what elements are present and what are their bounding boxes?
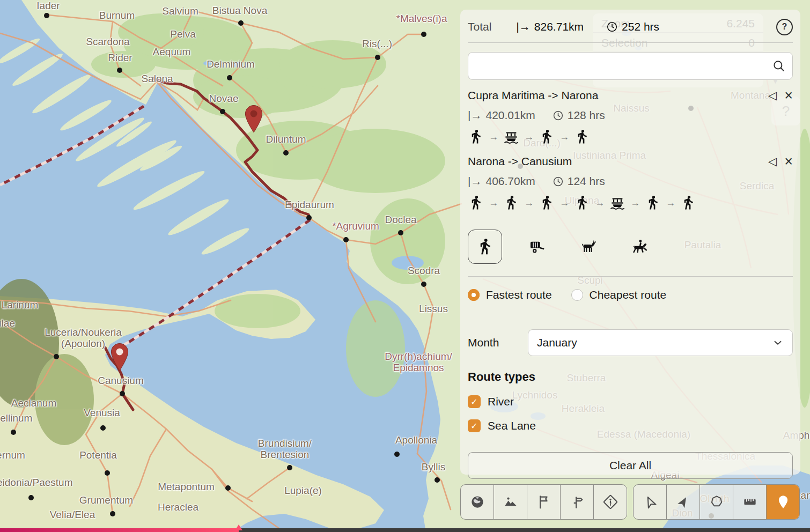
video-scrubber[interactable]: [0, 528, 810, 532]
city-dot[interactable]: [227, 75, 232, 80]
segment-distance: 420.01km: [485, 109, 535, 122]
transport-mode-walk-selected[interactable]: [468, 230, 502, 264]
city-dot[interactable]: [394, 452, 400, 457]
checkbox-label: River: [488, 395, 514, 408]
total-label: Total: [468, 20, 491, 33]
clock-icon: [553, 110, 564, 121]
city-dot[interactable]: [435, 477, 440, 483]
search-input[interactable]: [468, 53, 765, 79]
segment-mode-sequence: →→→: [468, 128, 793, 146]
pin-icon: [775, 494, 791, 510]
city-dot[interactable]: [398, 230, 403, 235]
clock-icon: [606, 21, 618, 33]
horse-icon: [631, 238, 649, 256]
month-select[interactable]: January: [528, 329, 793, 356]
transport-mode-cart[interactable]: [520, 230, 554, 263]
month-row: Month January: [468, 329, 793, 356]
city-dot[interactable]: [28, 495, 34, 500]
city-dot[interactable]: [421, 282, 426, 287]
toolbar-polygon-button[interactable]: [700, 485, 733, 519]
route-panel: Total |→ 826.71km 252 hrs ? Cupra: [460, 10, 800, 475]
radio-fastest-route[interactable]: Fastest route: [468, 289, 552, 301]
transport-mode-donkey[interactable]: [572, 230, 605, 263]
total-duration: 252 hrs: [606, 20, 659, 33]
segment-collapse-button[interactable]: ◁: [768, 89, 777, 102]
city-dot[interactable]: [306, 215, 312, 220]
city-dot[interactable]: [117, 68, 122, 73]
city-dot[interactable]: [375, 55, 380, 60]
segment-duration: 128 hrs: [568, 109, 605, 122]
transport-mode-selector: [468, 230, 793, 263]
clear-all-button[interactable]: Clear All: [468, 452, 793, 479]
city-dot[interactable]: [120, 391, 125, 396]
city-dot[interactable]: [283, 150, 289, 156]
distance-icon: |→: [468, 175, 482, 188]
route-type-row: ✓Sea Lane: [468, 419, 793, 432]
toolbar-flag-button[interactable]: [527, 485, 561, 519]
nav-outline-icon: [642, 494, 658, 510]
city-dot[interactable]: [11, 430, 16, 435]
city-dot[interactable]: [110, 511, 115, 516]
checkbox-label: Sea Lane: [488, 419, 536, 432]
arrow-right-icon: →: [559, 131, 569, 143]
ferry-icon: [503, 129, 519, 145]
toolbar-ruler-button[interactable]: [733, 485, 767, 519]
walk-icon: [503, 195, 519, 211]
transport-mode-horse[interactable]: [623, 230, 657, 263]
ferry-icon: [609, 195, 625, 211]
panel-header: Total |→ 826.71km 252 hrs ?: [468, 15, 793, 39]
nav-filled-icon: [675, 494, 691, 510]
walk-icon: [680, 195, 696, 211]
route-type-row: ✓River: [468, 395, 793, 408]
search-box: [468, 52, 793, 80]
radio-cheapest-route[interactable]: Cheapest route: [571, 289, 667, 301]
toolbar-landscape-button[interactable]: [494, 485, 527, 519]
arrow-right-icon: →: [630, 197, 640, 209]
arrow-right-icon: →: [595, 197, 605, 209]
city-dot[interactable]: [343, 237, 349, 242]
search-button[interactable]: [765, 53, 792, 79]
distance-icon: |→: [516, 20, 530, 33]
landscape-icon: [503, 494, 519, 510]
app-window: IaderBurnumSalviumBistua NovaPelvaScardo…: [0, 0, 810, 532]
toolbar-pin-button[interactable]: [767, 485, 799, 519]
city-dot[interactable]: [44, 13, 49, 18]
map-tools-toolbar: [633, 484, 800, 520]
scrubber-handle[interactable]: [235, 524, 242, 530]
city-dot[interactable]: [287, 465, 292, 470]
segment-distance: 406.70km: [485, 175, 535, 188]
toolbar-globe-button[interactable]: [461, 485, 494, 519]
panel-help-button[interactable]: ?: [776, 19, 793, 35]
checkbox-sea-lane[interactable]: ✓: [468, 419, 481, 432]
radio-unselected-icon[interactable]: [571, 289, 583, 301]
route-types-heading: Route types: [468, 370, 793, 384]
city-dot[interactable]: [421, 32, 426, 37]
toolbar-nav-outline-button[interactable]: [634, 485, 667, 519]
city-dot[interactable]: [225, 485, 231, 491]
city-dot[interactable]: [105, 470, 110, 476]
scrubber-progress: [0, 528, 239, 532]
segment-close-button[interactable]: ×: [784, 156, 793, 167]
city-dot[interactable]: [100, 425, 106, 431]
toolbar-nav-filled-button[interactable]: [667, 485, 700, 519]
city-dot[interactable]: [238, 20, 244, 26]
walk-icon: [574, 129, 590, 145]
walk-icon: [468, 195, 484, 211]
segment-collapse-button[interactable]: ◁: [768, 155, 777, 168]
radio-label: Fastest route: [486, 289, 552, 301]
segment-title: Cupra Maritima -> Narona: [468, 89, 598, 102]
city-dot[interactable]: [220, 109, 225, 114]
toolbar-ped-diamond-button[interactable]: [594, 485, 627, 519]
arrow-right-icon: →: [559, 197, 569, 209]
city-dot[interactable]: [54, 354, 59, 359]
route-segment: Cupra Maritima -> Narona◁×|→420.01km128 …: [468, 89, 793, 146]
segment-close-button[interactable]: ×: [784, 90, 793, 101]
arrow-right-icon: →: [666, 197, 675, 209]
checkbox-river[interactable]: ✓: [468, 395, 481, 408]
toolbar-signpost-button[interactable]: [561, 485, 594, 519]
route-type-checkboxes: ✓River✓Sea Lane: [468, 395, 793, 432]
radio-selected-icon[interactable]: [468, 289, 480, 301]
walk-icon: [645, 195, 661, 211]
month-label: Month: [468, 336, 528, 349]
distance-icon: |→: [468, 109, 482, 122]
